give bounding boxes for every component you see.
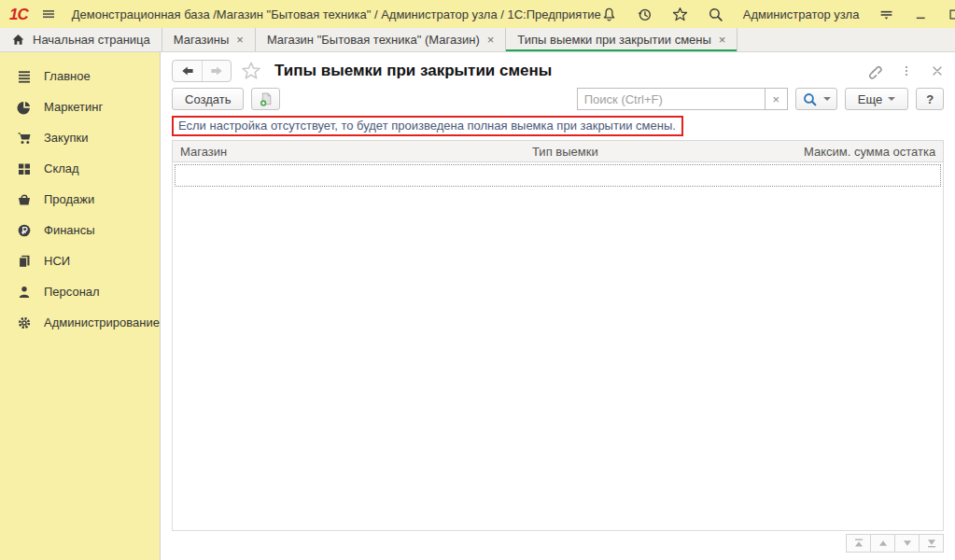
menu-lines-icon — [17, 69, 32, 84]
notice-row: Если настройка отсутствует, то будет про… — [161, 115, 955, 139]
search-input[interactable] — [577, 88, 765, 110]
get-link-icon[interactable] — [865, 63, 882, 79]
go-up-icon[interactable] — [870, 534, 895, 553]
person-icon — [17, 285, 32, 300]
sidebar-item-label: Маркетинг — [44, 100, 103, 114]
pie-chart-icon — [17, 100, 32, 115]
tab-close-icon[interactable]: × — [487, 34, 495, 46]
more-button[interactable]: Еще — [845, 88, 908, 110]
tab-label: Магазин "Бытовая техника" (Магазин) — [267, 33, 480, 47]
maximize-icon[interactable] — [948, 7, 955, 21]
create-by-copy-button[interactable] — [251, 88, 280, 110]
sidebar-item-warehouse[interactable]: Склад — [0, 153, 160, 184]
notifications-bell-icon[interactable] — [601, 7, 617, 22]
sidebar-item-sales[interactable]: Продажи — [0, 184, 160, 215]
column-header-shop[interactable]: Магазин — [173, 145, 525, 159]
sidebar-item-marketing[interactable]: Маркетинг — [0, 91, 160, 122]
favorites-star-icon[interactable] — [672, 7, 688, 22]
sidebar-item-label: Главное — [44, 69, 91, 83]
chevron-down-icon — [888, 97, 895, 105]
create-button[interactable]: Создать — [172, 88, 244, 110]
form-area: Типы выемки при закрытии смены Создать — [160, 52, 955, 560]
back-button[interactable] — [173, 61, 202, 81]
list-navigation — [161, 531, 955, 553]
current-user-label: Администратор узла — [743, 7, 860, 21]
withdrawal-types-table: Магазин Тип выемки Максим. сумма остатка — [172, 140, 944, 531]
table-body — [172, 162, 944, 531]
sidebar-item-finance[interactable]: Финансы — [0, 215, 160, 245]
search-clear-icon[interactable]: × — [765, 88, 788, 110]
table-empty-row[interactable] — [175, 164, 941, 187]
sidebar-item-administration[interactable]: Администрирование — [0, 307, 160, 338]
search-settings-button[interactable] — [795, 88, 837, 110]
tab-label: Типы выемки при закрытии смены — [517, 33, 710, 47]
window-title: Демонстрационная база /Магазин "Бытовая … — [72, 7, 601, 21]
sidebar-item-label: Персонал — [44, 285, 100, 299]
basket-icon — [17, 192, 32, 207]
page-title: Типы выемки при закрытии смены — [274, 62, 552, 80]
warning-message: Если настройка отсутствует, то будет про… — [172, 116, 683, 136]
go-down-icon[interactable] — [894, 534, 920, 553]
go-to-last-icon[interactable] — [919, 534, 944, 553]
sections-sidebar: Главное Маркетинг Закупки Склад Продажи … — [0, 52, 160, 560]
sidebar-item-label: Закупки — [44, 131, 88, 145]
history-nav-group — [172, 60, 232, 82]
search-group: × — [577, 88, 788, 110]
sidebar-item-personnel[interactable]: Персонал — [0, 276, 160, 307]
tab-label: Магазины — [174, 33, 230, 47]
column-header-max-balance[interactable]: Максим. сумма остатка — [796, 145, 943, 159]
tab-shop-appliances[interactable]: Магазин "Бытовая техника" (Магазин) × — [256, 28, 506, 51]
ruble-coin-icon — [17, 223, 32, 238]
gear-icon — [17, 315, 32, 330]
1c-logo: 1С — [9, 7, 28, 22]
home-icon — [11, 33, 25, 47]
list-toolbar: Создать × Еще ? — [161, 85, 955, 115]
sidebar-item-main[interactable]: Главное — [0, 61, 160, 91]
tab-close-icon[interactable]: × — [236, 34, 244, 46]
window-titlebar: 1С Демонстрационная база /Магазин "Бытов… — [0, 0, 955, 28]
table-header-row: Магазин Тип выемки Максим. сумма остатка — [172, 140, 944, 162]
sidebar-item-label: Администрирование — [44, 315, 160, 329]
tab-label: Начальная страница — [33, 33, 150, 47]
chevron-down-icon — [823, 97, 831, 105]
panel-settings-icon[interactable] — [878, 7, 894, 22]
column-header-withdrawal-type[interactable]: Тип выемки — [525, 145, 796, 159]
favorite-star-icon[interactable] — [241, 61, 261, 81]
minimize-icon[interactable] — [914, 7, 928, 21]
global-search-icon[interactable] — [708, 7, 723, 22]
tab-bar-filler — [737, 28, 955, 51]
forward-button[interactable] — [202, 61, 231, 81]
sidebar-item-label: Продажи — [44, 192, 94, 206]
more-button-label: Еще — [858, 92, 882, 106]
help-button[interactable]: ? — [916, 88, 944, 110]
grid-icon — [17, 161, 32, 176]
tab-bar: Начальная страница Магазины × Магазин "Б… — [0, 28, 955, 52]
more-dots-icon[interactable] — [900, 63, 913, 78]
sidebar-item-nsi[interactable]: НСИ — [0, 245, 160, 276]
tab-withdrawal-types[interactable]: Типы выемки при закрытии смены × — [506, 28, 737, 51]
sidebar-item-label: Склад — [44, 161, 79, 175]
tab-shops[interactable]: Магазины × — [162, 28, 256, 51]
tab-home[interactable]: Начальная страница — [0, 28, 162, 51]
sidebar-item-label: Финансы — [44, 223, 95, 237]
history-icon[interactable] — [637, 7, 653, 22]
sidebar-item-label: НСИ — [44, 254, 70, 268]
page-header: Типы выемки при закрытии смены — [161, 52, 955, 85]
books-icon — [17, 254, 32, 269]
tab-close-icon[interactable]: × — [719, 34, 726, 46]
cart-icon — [17, 131, 32, 146]
hamburger-menu-icon[interactable] — [40, 7, 57, 21]
go-to-first-icon[interactable] — [846, 534, 871, 553]
sidebar-item-purchases[interactable]: Закупки — [0, 122, 160, 153]
page-close-icon[interactable] — [931, 64, 944, 77]
